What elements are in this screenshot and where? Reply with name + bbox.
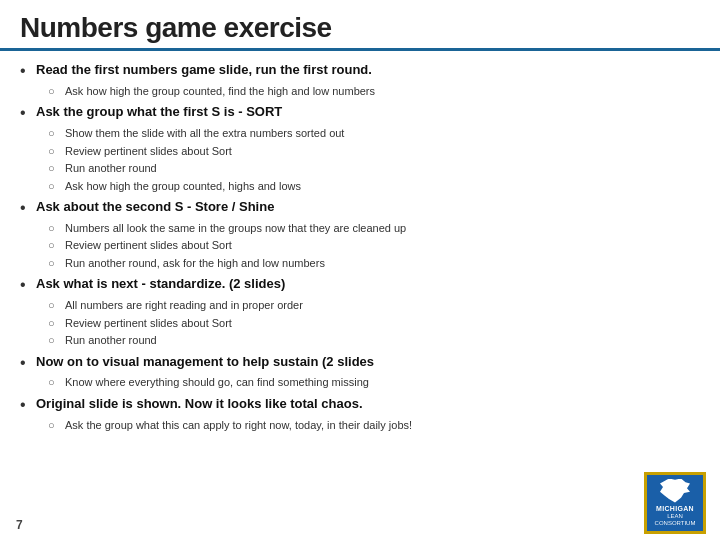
- logo-box: MICHIGAN LEANCONSORTIUM: [644, 472, 706, 534]
- sub-dot-icon: ○: [48, 143, 62, 160]
- sub-dot-icon: ○: [48, 255, 62, 272]
- sub-item: ○Run another round, ask for the high and…: [48, 255, 700, 272]
- sub-item: ○Show them the slide with all the extra …: [48, 125, 700, 142]
- bullet-text-main: Ask about the second S - Store / Shine: [36, 198, 274, 216]
- sub-item: ○Review pertinent slides about Sort: [48, 237, 700, 254]
- sub-item-text: Review pertinent slides about Sort: [65, 237, 232, 254]
- main-bullet-5: •Original slide is shown. Now it looks l…: [20, 395, 700, 416]
- sub-dot-icon: ○: [48, 315, 62, 332]
- sub-item: ○Numbers all look the same in the groups…: [48, 220, 700, 237]
- michigan-shape-icon: [660, 479, 690, 503]
- sub-item-text: Review pertinent slides about Sort: [65, 143, 232, 160]
- sub-item-text: All numbers are right reading and in pro…: [65, 297, 303, 314]
- sub-item: ○Run another round: [48, 160, 700, 177]
- sub-items-1: ○Show them the slide with all the extra …: [48, 125, 700, 194]
- logo-lean-text: LEANCONSORTIUM: [655, 513, 696, 527]
- sub-item: ○Review pertinent slides about Sort: [48, 143, 700, 160]
- sub-dot-icon: ○: [48, 332, 62, 349]
- bullet-text-main: Now on to visual management to help sust…: [36, 353, 374, 371]
- sub-item: ○Ask how high the group counted, highs a…: [48, 178, 700, 195]
- sub-item: ○Ask how high the group counted, find th…: [48, 83, 700, 100]
- sub-item-text: Ask how high the group counted, find the…: [65, 83, 375, 100]
- main-bullet-2: •Ask about the second S - Store / Shine: [20, 198, 700, 219]
- sub-dot-icon: ○: [48, 125, 62, 142]
- sub-item-text: Ask the group what this can apply to rig…: [65, 417, 412, 434]
- content-area: •Read the first numbers game slide, run …: [0, 51, 720, 437]
- sub-item: ○Ask the group what this can apply to ri…: [48, 417, 700, 434]
- sub-item-text: Show them the slide with all the extra n…: [65, 125, 344, 142]
- sub-items-0: ○Ask how high the group counted, find th…: [48, 83, 700, 100]
- slide-title: Numbers game exercise: [20, 12, 700, 44]
- bullet-dot-icon: •: [20, 103, 34, 124]
- sub-dot-icon: ○: [48, 297, 62, 314]
- sub-dot-icon: ○: [48, 237, 62, 254]
- sub-item-text: Run another round: [65, 332, 157, 349]
- sub-item-text: Know where everything should go, can fin…: [65, 374, 369, 391]
- main-bullet-4: •Now on to visual management to help sus…: [20, 353, 700, 374]
- bullet-text-main: Original slide is shown. Now it looks li…: [36, 395, 363, 413]
- sub-items-5: ○Ask the group what this can apply to ri…: [48, 417, 700, 434]
- sub-dot-icon: ○: [48, 160, 62, 177]
- bullet-dot-icon: •: [20, 275, 34, 296]
- sub-item-text: Numbers all look the same in the groups …: [65, 220, 406, 237]
- sub-item-text: Review pertinent slides about Sort: [65, 315, 232, 332]
- slide-page: Numbers game exercise •Read the first nu…: [0, 0, 720, 540]
- sub-item: ○All numbers are right reading and in pr…: [48, 297, 700, 314]
- main-bullet-3: •Ask what is next - standardize. (2 slid…: [20, 275, 700, 296]
- sub-item: ○Know where everything should go, can fi…: [48, 374, 700, 391]
- bullet-dot-icon: •: [20, 198, 34, 219]
- bullet-dot-icon: •: [20, 353, 34, 374]
- sub-dot-icon: ○: [48, 220, 62, 237]
- sub-dot-icon: ○: [48, 178, 62, 195]
- sub-item: ○Review pertinent slides about Sort: [48, 315, 700, 332]
- main-bullet-1: •Ask the group what the first S is - SOR…: [20, 103, 700, 124]
- bullet-dot-icon: •: [20, 395, 34, 416]
- sub-item-text: Run another round, ask for the high and …: [65, 255, 325, 272]
- page-number: 7: [16, 518, 23, 532]
- sub-item-text: Ask how high the group counted, highs an…: [65, 178, 301, 195]
- sub-items-4: ○Know where everything should go, can fi…: [48, 374, 700, 391]
- sub-dot-icon: ○: [48, 374, 62, 391]
- sub-dot-icon: ○: [48, 417, 62, 434]
- title-bar: Numbers game exercise: [0, 0, 720, 51]
- sub-items-3: ○All numbers are right reading and in pr…: [48, 297, 700, 349]
- sub-item: ○Run another round: [48, 332, 700, 349]
- logo-michigan-text: MICHIGAN: [656, 505, 694, 513]
- sub-items-2: ○Numbers all look the same in the groups…: [48, 220, 700, 272]
- main-bullet-0: •Read the first numbers game slide, run …: [20, 61, 700, 82]
- logo-inner: MICHIGAN LEANCONSORTIUM: [647, 475, 703, 531]
- bullet-dot-icon: •: [20, 61, 34, 82]
- bullet-text-main: Read the first numbers game slide, run t…: [36, 61, 372, 79]
- sub-dot-icon: ○: [48, 83, 62, 100]
- sub-item-text: Run another round: [65, 160, 157, 177]
- bullet-text-main: Ask what is next - standardize. (2 slide…: [36, 275, 285, 293]
- bullet-text-main: Ask the group what the first S is - SORT: [36, 103, 282, 121]
